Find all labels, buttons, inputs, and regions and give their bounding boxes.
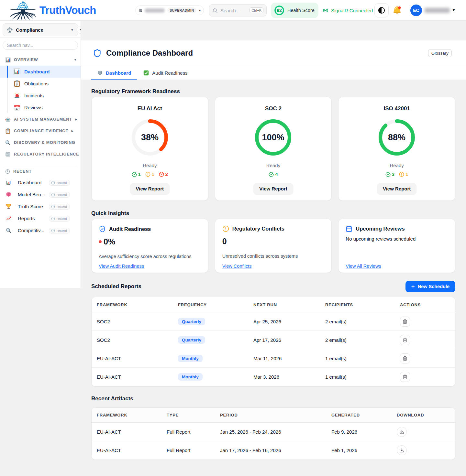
sidebar-section-label: OVERVIEW — [14, 58, 72, 62]
sidebar-section-overview[interactable]: OVERVIEW ▼ — [0, 54, 81, 66]
theme-toggle-button[interactable] — [374, 3, 389, 17]
download-artifact-button[interactable] — [397, 445, 407, 455]
cell-framework: EU-AI-ACT — [97, 356, 178, 361]
insight-title: Upcoming Reviews — [356, 226, 405, 232]
framework-name: ISO 42001 — [338, 105, 455, 112]
clock-icon — [5, 169, 10, 174]
table-header: FRAMEWORKFREQUENCYNEXT RUNRECIPIENTSACTI… — [92, 297, 455, 312]
cell-next-run: Mar 11, 2026 — [253, 356, 325, 361]
recent-item-0[interactable]: Dashboard recent — [0, 177, 81, 189]
warn-count: 1 — [145, 172, 154, 177]
module-switcher[interactable]: Compliance ▼ — [3, 23, 78, 36]
cell-type: Full Report — [167, 448, 220, 453]
avatar[interactable]: EC — [410, 5, 422, 16]
tab-dashboard[interactable]: Dashboard — [91, 66, 137, 80]
table-row: SOC2 Quarterly Apr 25, 2026 2 email(s) — [92, 312, 455, 331]
cell-recipients: 1 email(s) — [325, 374, 400, 380]
glossary-button[interactable]: Glossary — [428, 49, 452, 57]
cell-framework: EU-AI-ACT — [97, 374, 178, 380]
sidebar-section-0[interactable]: AI SYSTEM MANAGEMENT▶ — [0, 114, 81, 125]
page-title: Compliance Dashboard — [106, 49, 428, 58]
insight-link[interactable]: View Audit Readiness — [99, 264, 144, 269]
recent-badge: recent — [49, 204, 70, 210]
warn-count: 1 — [399, 172, 408, 177]
shield-icon — [93, 49, 102, 58]
insight-desc: Average sufficiency score across regulat… — [99, 254, 201, 259]
column-header: FRAMEWORK — [97, 413, 167, 417]
scales-icon — [7, 27, 13, 33]
brain-icon — [6, 192, 11, 197]
recent-item-4[interactable]: Competitiv... recent — [0, 224, 81, 236]
cell-framework: SOC2 — [97, 337, 178, 343]
gauge-percent-label: 100% — [262, 133, 284, 142]
recent-item-2[interactable]: Truth Score recent — [0, 200, 81, 212]
building-icon — [139, 8, 143, 12]
sidebar-item-dashboard[interactable]: Dashboard — [0, 66, 81, 78]
contrast-icon — [378, 7, 385, 14]
shield-gray-icon — [97, 70, 103, 75]
insight-text: No upcoming reviews scheduled — [346, 236, 448, 242]
brand[interactable]: TruthVouch — [10, 1, 96, 20]
sidebar-item-incidents[interactable]: Incidents — [0, 90, 81, 102]
table-row: EU-AI-ACT Monthly Mar 3, 2026 1 email(s) — [92, 368, 455, 386]
new-schedule-button[interactable]: + New Schedule — [405, 281, 455, 292]
health-score-label: Health Score — [287, 8, 315, 13]
sidebar-search-input[interactable]: Search nav... — [3, 41, 78, 50]
sidebar-section-3[interactable]: REGULATORY INTELLIGENCE — [0, 148, 81, 160]
delete-schedule-button[interactable] — [400, 353, 410, 363]
framework-card-1: SOC 2 100% Ready 4 View Report — [215, 97, 332, 201]
cell-next-run: Apr 25, 2026 — [253, 319, 325, 324]
view-report-button[interactable]: View Report — [130, 183, 170, 194]
delete-schedule-button[interactable] — [400, 317, 410, 327]
table-row: EU-AI-ACT Monthly Mar 11, 2026 1 email(s… — [92, 349, 455, 368]
view-report-button[interactable]: View Report — [253, 183, 293, 194]
readiness-gauge: 88% — [338, 119, 455, 156]
sidebar-section-2[interactable]: DISCOVERY & MONITORING — [0, 137, 81, 148]
svg-text:17: 17 — [16, 107, 18, 110]
recent-item-1[interactable]: Model Ben... recent — [0, 189, 81, 200]
cell-next-run: Mar 3, 2026 — [253, 374, 325, 380]
tab-dashboard-label: Dashboard — [106, 70, 131, 76]
download-artifact-button[interactable] — [397, 427, 407, 437]
column-header: RECIPIENTS — [325, 302, 400, 307]
health-score-pill[interactable]: 92 Health Score — [271, 3, 318, 18]
org-name-redacted — [145, 8, 164, 13]
chevron-down-icon: ▼ — [71, 28, 74, 32]
sidebar-search-placeholder: Search nav... — [7, 43, 33, 48]
view-report-button[interactable]: View Report — [377, 183, 416, 194]
chevron-down-icon: ▾ — [199, 9, 201, 12]
magnifier-icon — [5, 140, 11, 146]
pass-count: 1 — [132, 172, 141, 177]
sidebar-item-obligations[interactable]: Obligations — [0, 78, 81, 90]
global-search-input[interactable]: Search... Ctrl+K — [209, 4, 267, 16]
user-menu-caret-icon[interactable]: ▼ — [452, 8, 456, 12]
insight-link[interactable]: View Conflicts — [222, 264, 252, 269]
sidebar-section-1[interactable]: COMPLIANCE EVIDENCE▶ — [0, 125, 81, 137]
clock-icon — [51, 181, 55, 185]
account-switcher[interactable]: SUPERADMIN ▾ — [135, 5, 204, 15]
insight-link[interactable]: View All Reviews — [346, 264, 381, 269]
cell-framework: SOC2 — [97, 319, 178, 324]
sidebar: Compliance ▼ Search nav... OVERVIEW ▼ Da… — [0, 21, 81, 288]
delete-schedule-button[interactable] — [400, 335, 410, 345]
chevron-down-icon: ▼ — [74, 58, 77, 61]
recent-badge: recent — [49, 228, 70, 233]
recent-item-3[interactable]: Reports recent — [0, 212, 81, 224]
chart-up-icon — [6, 216, 11, 221]
sidebar-item-reviews[interactable]: July17 Reviews — [0, 102, 81, 114]
notifications-bell-icon[interactable] — [392, 5, 402, 15]
recent-badge: recent — [49, 216, 70, 222]
tab-audit-readiness[interactable]: Audit Readiness — [137, 66, 194, 80]
insight-card-0: Audit Readiness 0%Average sufficiency sc… — [91, 219, 208, 273]
radio-icon — [323, 7, 328, 13]
frequency-pill: Monthly — [178, 373, 203, 381]
magnifier-icon — [6, 228, 11, 233]
column-header: TYPE — [167, 413, 220, 417]
column-header: ACTIONS — [400, 302, 455, 307]
column-header: PERIOD — [220, 413, 331, 417]
delete-schedule-button[interactable] — [400, 372, 410, 382]
clipboard-icon — [5, 128, 11, 134]
table-row: EU-AI-ACT Full Report Jan 17, 2026 - Feb… — [92, 441, 455, 460]
newspaper-icon — [5, 152, 11, 157]
sidebar-recent-header: RECENT — [0, 166, 81, 177]
